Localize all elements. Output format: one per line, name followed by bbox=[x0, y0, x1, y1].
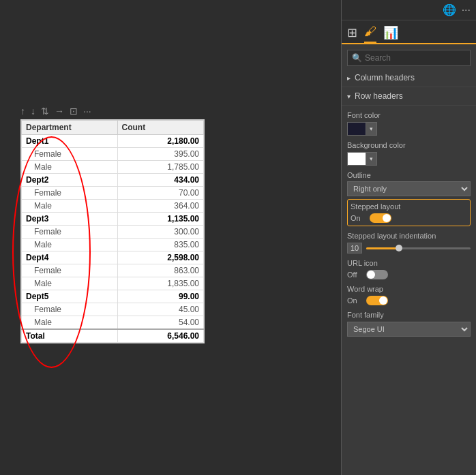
table-row: Female395.00 bbox=[22, 148, 204, 161]
row-label: Male bbox=[22, 277, 118, 290]
row-value: 70.00 bbox=[117, 187, 203, 200]
font-family-select[interactable]: Segoe UI Arial Times New Roman Courier N… bbox=[347, 322, 471, 337]
row-value: 1,835.00 bbox=[117, 277, 203, 290]
row-value: 395.00 bbox=[117, 148, 203, 161]
tab-grid-icon[interactable]: ⊞ bbox=[347, 25, 357, 43]
outline-label: Outline bbox=[347, 171, 471, 179]
row-label: Dept5 bbox=[22, 290, 118, 303]
toolbar: ↑ ↓ ⇅ → ⊡ ··· bbox=[20, 106, 91, 117]
outline-select[interactable]: Right only Left only Top only Bottom onl… bbox=[347, 181, 471, 196]
stepped-layout-toggle[interactable] bbox=[370, 213, 391, 223]
stepped-indent-track[interactable] bbox=[366, 247, 471, 249]
bg-color-label: Background color bbox=[347, 141, 471, 149]
row-value: 6,546.00 bbox=[117, 329, 203, 343]
word-wrap-toggle[interactable] bbox=[366, 296, 388, 305]
table-row: Dept12,180.00 bbox=[22, 135, 204, 148]
row-value: 835.00 bbox=[117, 239, 203, 251]
row-value: 1,135.00 bbox=[117, 213, 203, 226]
col-header-department: Department bbox=[22, 121, 118, 135]
table-container: Department Count Dept12,180.00Female395.… bbox=[20, 119, 205, 343]
font-color-box[interactable] bbox=[347, 122, 366, 136]
table-row: Female45.00 bbox=[22, 303, 204, 316]
font-family-label: Font family bbox=[347, 311, 471, 319]
sort-down-icon[interactable]: ↓ bbox=[31, 106, 35, 117]
stepped-indent-fill bbox=[366, 247, 398, 249]
sort-both-icon[interactable]: ⇅ bbox=[41, 106, 49, 117]
url-icon-state: Off bbox=[347, 271, 361, 279]
row-value: 45.00 bbox=[117, 303, 203, 316]
row-label: Total bbox=[22, 329, 118, 343]
search-box[interactable]: 🔍 bbox=[347, 50, 471, 66]
row-value: 300.00 bbox=[117, 226, 203, 239]
row-headers-section[interactable]: Row headers bbox=[342, 87, 476, 106]
column-headers-label: Column headers bbox=[355, 73, 415, 82]
row-label: Female bbox=[22, 303, 118, 316]
row-label: Dept2 bbox=[22, 174, 118, 187]
table-row: Male1,785.00 bbox=[22, 161, 204, 174]
col-header-count: Count bbox=[117, 121, 203, 135]
row-label: Male bbox=[22, 239, 118, 251]
row-label: Female bbox=[22, 264, 118, 277]
sort-up-icon[interactable]: ↑ bbox=[20, 106, 25, 117]
resize-icon[interactable]: ⊡ bbox=[70, 106, 78, 117]
stepped-indent-thumb[interactable] bbox=[396, 245, 402, 251]
word-wrap-thumb bbox=[379, 296, 387, 305]
row-label: Dept1 bbox=[22, 135, 118, 148]
row-headers-label: Row headers bbox=[355, 91, 403, 101]
globe-icon[interactable]: 🌐 bbox=[443, 3, 456, 16]
font-color-swatch[interactable]: ▾ bbox=[347, 122, 471, 136]
stepped-layout-label: Stepped layout bbox=[351, 202, 467, 211]
row-label: Dept4 bbox=[22, 251, 118, 264]
table-row: Female863.00 bbox=[22, 264, 204, 277]
font-color-dropdown[interactable]: ▾ bbox=[366, 122, 377, 136]
table-row: Dept31,135.00 bbox=[22, 213, 204, 226]
stepped-indent-slider-row: 10 bbox=[347, 243, 471, 254]
stepped-indent-label: Stepped layout indentation bbox=[347, 232, 471, 240]
row-value: 1,785.00 bbox=[117, 161, 203, 174]
stepped-layout-thumb bbox=[383, 214, 391, 222]
row-label: Female bbox=[22, 226, 118, 239]
word-wrap-state: On bbox=[347, 296, 361, 305]
tab-analytics-icon[interactable]: 📊 bbox=[383, 25, 398, 43]
bg-color-box[interactable] bbox=[347, 152, 366, 166]
row-label: Female bbox=[22, 187, 118, 200]
more-icon[interactable]: ··· bbox=[83, 106, 91, 117]
table-row: Total6,546.00 bbox=[22, 329, 204, 343]
table-row: Dept2434.00 bbox=[22, 174, 204, 187]
font-color-label: Font color bbox=[347, 111, 471, 119]
tab-format-icon[interactable]: 🖌 bbox=[364, 25, 376, 43]
column-headers-arrow bbox=[347, 74, 351, 82]
row-headers-content: Font color ▾ Background color ▾ Outline … bbox=[342, 106, 476, 342]
search-icon: 🔍 bbox=[352, 53, 362, 63]
table-row: Dept599.00 bbox=[22, 290, 204, 303]
table-row: Female300.00 bbox=[22, 226, 204, 239]
ellipsis-icon[interactable]: ··· bbox=[462, 4, 471, 16]
left-panel: ↑ ↓ ⇅ → ⊡ ··· Department Count Dept12,18… bbox=[0, 0, 341, 475]
row-label: Dept3 bbox=[22, 213, 118, 226]
table-row: Male1,835.00 bbox=[22, 277, 204, 290]
stepped-indent-value[interactable]: 10 bbox=[347, 243, 362, 254]
row-label: Male bbox=[22, 161, 118, 174]
url-icon-toggle[interactable] bbox=[366, 270, 388, 279]
top-bar: 🌐 ··· bbox=[342, 0, 476, 20]
url-icon-toggle-row: Off bbox=[347, 270, 471, 279]
word-wrap-toggle-row: On bbox=[347, 296, 471, 305]
table-row: Male54.00 bbox=[22, 316, 204, 330]
bg-color-dropdown[interactable]: ▾ bbox=[366, 152, 377, 166]
row-value: 54.00 bbox=[117, 316, 203, 330]
stepped-layout-state: On bbox=[351, 214, 364, 222]
table-row: Female70.00 bbox=[22, 187, 204, 200]
row-value: 99.00 bbox=[117, 290, 203, 303]
column-headers-section[interactable]: Column headers bbox=[342, 69, 476, 87]
row-value: 364.00 bbox=[117, 200, 203, 213]
url-icon-thumb bbox=[367, 271, 375, 279]
word-wrap-label: Word wrap bbox=[347, 285, 471, 293]
row-value: 863.00 bbox=[117, 264, 203, 277]
table-row: Dept42,598.00 bbox=[22, 251, 204, 264]
search-input[interactable] bbox=[365, 53, 466, 63]
table-row: Male835.00 bbox=[22, 239, 204, 251]
stepped-layout-toggle-row: On bbox=[351, 213, 467, 223]
row-label: Male bbox=[22, 200, 118, 213]
bg-color-swatch[interactable]: ▾ bbox=[347, 152, 471, 166]
expand-icon[interactable]: → bbox=[55, 106, 64, 117]
